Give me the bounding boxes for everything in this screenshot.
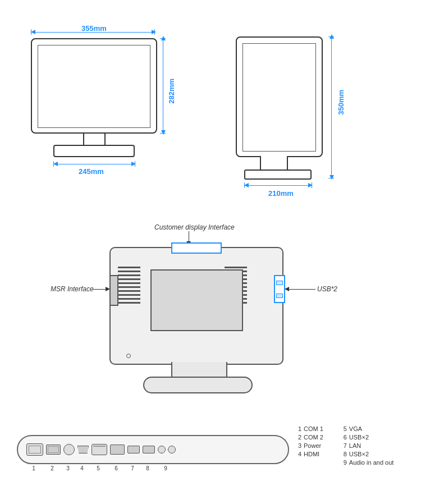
customer-display-port <box>171 242 222 254</box>
msr-slot <box>109 275 118 306</box>
connector-outer <box>17 435 289 464</box>
legend-label-com1: COM 1 <box>304 425 323 432</box>
legend-num-5: 5 <box>340 425 347 432</box>
connector-bar: 1 2 3 4 5 6 7 8 9 <box>17 435 289 466</box>
monitor-front-base <box>53 145 135 157</box>
legend-num-9: 9 <box>340 459 347 466</box>
legend-num-4: 4 <box>295 451 301 457</box>
legend-label-power: Power <box>304 442 321 449</box>
port-4 <box>77 446 89 453</box>
label-usb: USB*2 <box>317 285 337 293</box>
legend: 1 COM 1 2 COM 2 3 Power 4 HDMI 5 <box>295 425 413 468</box>
label-customer-display: Customer display Interface <box>154 223 235 231</box>
port-1 <box>26 443 43 456</box>
dim-210mm: 210mm <box>268 189 294 198</box>
port-3 <box>63 444 75 455</box>
legend-left-col: 1 COM 1 2 COM 2 3 Power 4 HDMI <box>295 425 323 468</box>
vent-left <box>118 267 140 311</box>
legend-label-vga: VGA <box>349 425 362 432</box>
legend-label-usb2-2: USB×2 <box>349 451 369 457</box>
diagram-area: 355mm 282mm 245mm 350mm 210mm Customer d… <box>0 0 421 504</box>
dim-355mm: 355mm <box>81 24 107 33</box>
legend-num-2: 2 <box>295 434 301 441</box>
legend-label-hdmi: HDMI <box>304 451 319 457</box>
legend-label-audio: Audio in and out <box>349 459 394 466</box>
legend-num-3: 3 <box>295 442 301 449</box>
back-center-block <box>150 269 243 331</box>
legend-num-6: 6 <box>340 434 347 441</box>
monitor-front-screen <box>38 45 150 128</box>
legend-num-1: 1 <box>295 425 301 432</box>
dim-245mm: 245mm <box>79 167 104 176</box>
back-dot <box>126 354 131 358</box>
usb-ports-back <box>274 275 285 303</box>
back-base <box>143 377 253 393</box>
port-6 <box>110 445 125 455</box>
legend-num-8: 8 <box>340 451 347 457</box>
label-msr: MSR Interface <box>51 285 94 293</box>
legend-right-col: 5 VGA 6 USB×2 7 LAN 8 USB×2 9 Audio in <box>340 425 394 468</box>
port-9 <box>158 446 176 453</box>
port-2 <box>46 445 61 455</box>
legend-label-usb2-1: USB×2 <box>349 434 369 441</box>
dim-350mm: 350mm <box>337 90 345 115</box>
legend-label-lan: LAN <box>349 442 361 449</box>
legend-label-com2: COM 2 <box>304 434 323 441</box>
legend-num-7: 7 <box>340 442 347 449</box>
monitor-side-screen <box>242 43 316 152</box>
port-8 <box>143 446 155 453</box>
dim-282mm: 282mm <box>167 79 176 104</box>
monitor-side-base <box>244 169 312 180</box>
port-5 <box>91 444 107 455</box>
monitor-front-neck <box>83 134 106 146</box>
port-7 <box>127 446 140 453</box>
